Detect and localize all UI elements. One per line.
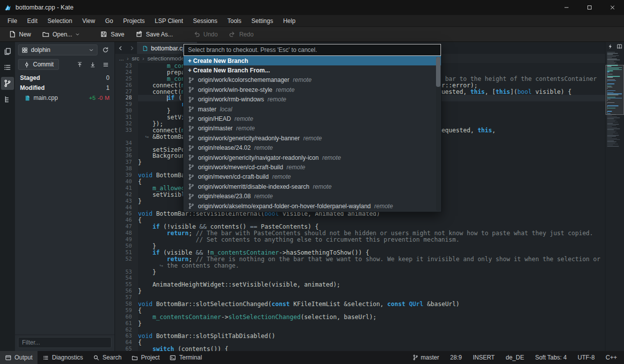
branch-tag: remote: [322, 154, 340, 161]
statusbar-tab-search[interactable]: Search: [88, 351, 126, 364]
branch-item[interactable]: origin/work/genericity/readonly-bannerre…: [184, 133, 441, 143]
branch-action-item[interactable]: + Create New Branch From...: [184, 65, 441, 75]
save-as-icon: [136, 30, 143, 38]
menu-item-projects[interactable]: Projects: [118, 16, 149, 26]
status-de-de[interactable]: de_DE: [506, 354, 524, 361]
project-selector[interactable]: dolphin: [18, 44, 98, 55]
statusbar-tab-label: Project: [141, 354, 160, 361]
menu-item-help[interactable]: Help: [278, 16, 300, 26]
menu-item-tools[interactable]: Tools: [223, 16, 246, 26]
status-soft-tabs-4[interactable]: Soft Tabs: 4: [535, 354, 566, 361]
refresh-button[interactable]: [100, 44, 112, 55]
menu-item-file[interactable]: File: [3, 16, 22, 26]
filter-input[interactable]: [18, 337, 112, 348]
breadcrumb-selectionmode[interactable]: selectionmode: [148, 55, 184, 61]
kate-window: bottombar.cpp - Kate FileEditSelectionVi…: [0, 0, 624, 364]
branch-item[interactable]: origin/release/23.08remote: [184, 191, 441, 201]
branch-item[interactable]: origin/meven/cd-craft-buildremote: [184, 172, 441, 182]
cpp-file-icon: [24, 95, 30, 101]
minimize-button[interactable]: [555, 0, 578, 15]
branch-item[interactable]: origin/work/win-breeze-styleremote: [184, 85, 441, 94]
statusbar-tab-diagnostics[interactable]: Diagnostics: [38, 351, 88, 364]
code-line: 60 m_contentsContainer->slotSelectionCha…: [115, 314, 605, 321]
staged-row[interactable]: Staged 0: [15, 73, 114, 83]
branch-item[interactable]: origin/work/rmb-windowsremote: [184, 95, 441, 104]
line-number: 60: [115, 314, 138, 321]
branch-item[interactable]: origin/work/meven/cd-craft-buildremote: [184, 162, 441, 172]
sidebar-tool-documents[interactable]: [1, 45, 14, 58]
save-as-label: Save As...: [146, 31, 173, 38]
line-number: 34: [115, 140, 138, 147]
sidebar-tool-outline[interactable]: [1, 93, 14, 106]
line-content: [138, 295, 605, 301]
menu-item-sessions[interactable]: Sessions: [188, 16, 222, 26]
branch-item[interactable]: origin/HEADremote: [184, 114, 441, 123]
modified-file-row[interactable]: main.cpp +5 -0 M: [15, 93, 114, 103]
window-title: bottombar.cpp - Kate: [16, 4, 74, 11]
branch-item[interactable]: origin/work/akselmo/expand-folder-on-hov…: [184, 201, 441, 211]
save-button[interactable]: Save: [96, 28, 128, 40]
branch-label: + Create New Branch From...: [188, 67, 270, 74]
branch-item[interactable]: origin/work/kcolorschememanagerremote: [184, 75, 441, 85]
chevron-down-icon: [75, 32, 80, 37]
status-insert[interactable]: INSERT: [473, 354, 495, 361]
branch-item[interactable]: origin/release/24.02remote: [184, 143, 441, 153]
status-c[interactable]: C++: [606, 354, 617, 361]
menu-item-edit[interactable]: Edit: [22, 16, 42, 26]
statusbar-tab-project[interactable]: Project: [126, 351, 164, 364]
code-line: 47 if (!visible && contents() == PasteCo…: [115, 224, 605, 230]
branch-item[interactable]: masterlocal: [184, 104, 441, 114]
diagnostics-icon: [42, 355, 49, 361]
branch-icon: [4, 79, 12, 87]
breadcrumb-root[interactable]: ...: [119, 55, 124, 61]
modified-label: Modified: [20, 84, 44, 91]
branch-action-item[interactable]: + Create New Branch: [184, 56, 441, 65]
popup-scrollbar[interactable]: [436, 57, 440, 211]
sidebar-tool-symbols[interactable]: [1, 61, 14, 74]
menu-item-go[interactable]: Go: [100, 16, 118, 26]
new-button[interactable]: New: [4, 28, 36, 40]
branch-item[interactable]: origin/work/merritt/disable-indexed-sear…: [184, 182, 441, 191]
breadcrumb-src[interactable]: src: [132, 55, 139, 61]
menu-item-lsp-client[interactable]: LSP Client: [150, 16, 188, 26]
menu-item-view[interactable]: View: [78, 16, 100, 26]
branch-search-input[interactable]: [184, 44, 441, 56]
save-as-button[interactable]: Save As...: [131, 28, 178, 40]
branch-tag: remote: [286, 164, 305, 171]
minimap[interactable]: [606, 51, 624, 351]
search-icon: [93, 355, 100, 361]
status-utf-8[interactable]: UTF-8: [578, 354, 594, 361]
push-button[interactable]: [74, 59, 86, 70]
statusbar-tab-terminal[interactable]: Terminal: [164, 351, 206, 364]
lightning-icon[interactable]: [608, 43, 614, 49]
status-28-9[interactable]: 28:9: [450, 354, 462, 361]
book-icon[interactable]: [616, 43, 622, 49]
maximize-button[interactable]: [578, 0, 601, 15]
undo-button[interactable]: Undo: [188, 28, 222, 40]
branch-item[interactable]: origin/masterremote: [184, 124, 441, 133]
nav-forward-button[interactable]: [126, 42, 137, 54]
close-button[interactable]: [601, 0, 624, 15]
commit-button[interactable]: Commit: [18, 59, 59, 70]
pull-button[interactable]: [86, 59, 98, 70]
statusbar-tab-output[interactable]: Output: [0, 351, 38, 364]
modified-row[interactable]: Modified 1: [15, 83, 114, 93]
branch-item[interactable]: origin/work/genericity/navigator-readonl…: [184, 153, 441, 162]
status-master[interactable]: master: [412, 354, 440, 361]
status-value: de_DE: [506, 354, 524, 361]
menu-item-selection[interactable]: Selection: [43, 16, 76, 26]
menu-item-settings[interactable]: Settings: [247, 16, 278, 26]
line-number: 49: [115, 237, 138, 243]
sidebar-tool-git[interactable]: [1, 77, 14, 90]
redo-button[interactable]: Redo: [224, 28, 258, 40]
git-branch-icon: [188, 96, 194, 103]
git-menu-button[interactable]: [100, 59, 112, 70]
grid-icon: [22, 47, 28, 53]
minimap-viewport[interactable]: [606, 65, 624, 115]
nav-back-button[interactable]: [115, 42, 126, 54]
popup-scrollbar-thumb[interactable]: [436, 57, 440, 87]
line-content: ↪ the contents change.: [138, 263, 605, 269]
branch-tag: remote: [234, 115, 253, 122]
left-sidebar-strip: [0, 42, 15, 351]
open-button[interactable]: Open...: [38, 28, 84, 40]
